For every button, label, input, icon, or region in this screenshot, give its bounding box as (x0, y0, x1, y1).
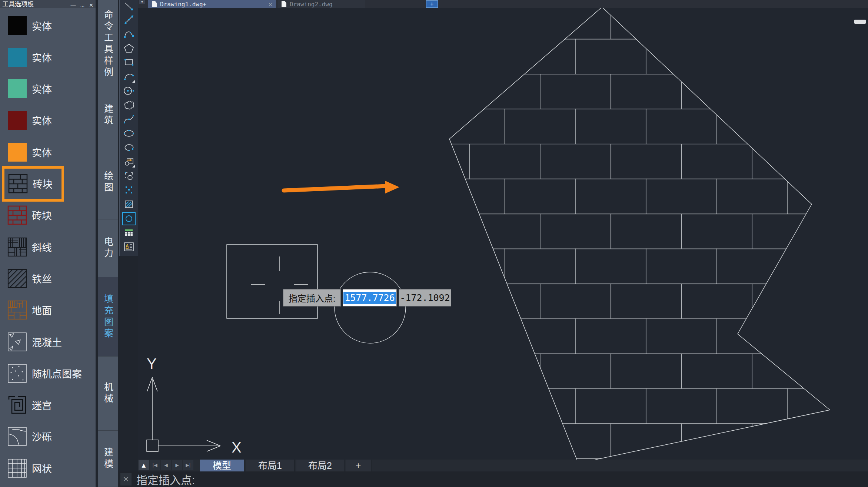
palette-item[interactable]: 混凝土 (2, 324, 64, 360)
close-icon[interactable]: ✕ (89, 3, 93, 8)
spline-icon[interactable] (123, 113, 135, 125)
document-tab-2[interactable]: Drawing2.dwg (278, 0, 365, 8)
canvas-drawing: Y X (138, 8, 868, 460)
palette-item-label: 斜线 (32, 240, 52, 254)
dynamic-input-y-field[interactable]: -172.1092 (399, 289, 451, 307)
tool-palette-panel: 工具选项板 — ... ✕ 实体实体实体实体实体砖块砖块斜线铁丝地面混凝土随机点… (0, 0, 96, 487)
palette-item[interactable]: 实体 (2, 8, 64, 43)
diagonal-swatch (7, 269, 27, 288)
ucs-y-label: Y (147, 355, 157, 372)
maze-swatch (7, 395, 27, 415)
layout-tab-布局1[interactable]: 布局1 (246, 460, 295, 471)
category-tab-5[interactable]: 填充图案 (98, 277, 118, 357)
palette-item[interactable]: 沙砾 (2, 419, 64, 454)
close-tab-icon[interactable]: ✕ (269, 1, 272, 8)
category-tab-3[interactable]: 绘图 (98, 145, 118, 219)
command-line[interactable]: ✕ 指定插入点: (118, 471, 868, 487)
category-tab-6[interactable]: 机械 (98, 357, 118, 431)
dynamic-input-prompt: 指定插入点: (283, 289, 341, 307)
add-layout-button[interactable]: + (346, 460, 372, 471)
palette-title: 工具选项板 (2, 0, 34, 8)
brick-hatch-fill (449, 8, 830, 460)
palette-title-bar: 工具选项板 — ... ✕ (0, 0, 96, 8)
category-tab-label: 电力 (102, 237, 115, 260)
category-tab-label: 绘图 (102, 171, 115, 194)
category-tab-4[interactable]: 电力 (98, 219, 118, 277)
solid-orange-swatch (7, 142, 27, 162)
layout-tab-模型[interactable]: 模型 (200, 460, 245, 471)
category-tab-label: 命令工具样例 (102, 10, 115, 79)
palette-item[interactable]: 铁丝 (2, 261, 64, 296)
first-tab-icon[interactable]: |◀ (150, 460, 160, 470)
layout-tab-布局2[interactable]: 布局2 (296, 460, 345, 471)
polygon-icon[interactable] (123, 42, 135, 54)
palette-item[interactable]: 实体 (2, 71, 64, 107)
palette-item-label: 铁丝 (32, 271, 52, 286)
insert-block-icon[interactable] (123, 155, 135, 168)
category-tab-1[interactable]: 命令工具样例 (98, 3, 118, 85)
mesh-swatch (7, 458, 27, 478)
create-block-icon[interactable] (123, 170, 135, 182)
cancel-command-icon[interactable]: ✕ (120, 473, 132, 486)
solid-darkred-swatch (7, 110, 27, 130)
palette-item-label: 砖块 (32, 208, 52, 222)
drawing-canvas[interactable]: Y X (138, 8, 868, 460)
palette-item[interactable]: 迷宫 (2, 387, 64, 423)
dynamic-input-x-field[interactable]: 1577.7726 (343, 289, 397, 307)
palette-item[interactable]: 网状 (2, 450, 64, 486)
palette-item[interactable]: 地面 (2, 292, 64, 328)
mtext-icon[interactable]: A (123, 241, 135, 253)
circle-icon[interactable] (123, 85, 135, 97)
palette-item[interactable]: 实体 (2, 39, 64, 75)
palette-item[interactable]: 砖块 (2, 198, 64, 233)
polyline-icon[interactable] (123, 28, 135, 40)
palette-item[interactable]: 斜线 (2, 229, 64, 265)
palette-item-label: 实体 (32, 19, 52, 33)
solid-green-swatch (7, 79, 27, 99)
category-tab-label: 机械 (102, 382, 115, 405)
palette-item[interactable]: 实体 (2, 134, 64, 170)
palette-category-tabs: 命令工具样例建筑绘图电力填充图案机械建模 (98, 0, 118, 487)
arc-icon[interactable] (123, 70, 135, 83)
new-drawing-button[interactable]: + (426, 0, 438, 8)
more-options-icon[interactable]: ... (80, 3, 85, 8)
prev-tab-icon[interactable]: ◀ (161, 460, 171, 470)
construction-line-icon[interactable] (123, 13, 135, 26)
block-preview-square (227, 245, 317, 318)
rectangle-icon[interactable] (123, 56, 135, 69)
revision-cloud-icon[interactable] (123, 99, 135, 111)
scrollbar-thumb[interactable] (854, 20, 866, 24)
ucs-icon: Y X (147, 355, 242, 455)
palette-item[interactable]: 实体 (2, 103, 64, 138)
palette-item[interactable] (2, 482, 64, 487)
point-icon[interactable] (123, 184, 135, 196)
ellipse-icon[interactable] (123, 127, 135, 140)
document-tab-label: Drawing1.dwg+ (160, 1, 206, 8)
hatch-icon[interactable] (123, 198, 135, 211)
minimize-icon[interactable]: — (71, 3, 76, 8)
concrete-swatch (7, 332, 27, 352)
document-tab-1[interactable]: Drawing1.dwg+✕ (148, 0, 276, 8)
circle-entity[interactable] (335, 272, 406, 343)
annotation-arrow (284, 181, 399, 193)
palette-item[interactable]: 砖块 (2, 166, 64, 202)
table-icon[interactable] (123, 226, 135, 239)
category-tab-7[interactable]: 建模 (98, 431, 118, 487)
ellipse-arc-icon[interactable] (123, 141, 135, 154)
ground-swatch (7, 300, 27, 320)
region-icon[interactable] (123, 212, 135, 225)
brick-black-swatch (8, 174, 28, 193)
solid-blue-swatch (7, 47, 27, 67)
file-icon (152, 1, 157, 7)
tab-list-dropdown[interactable]: ▼ (139, 0, 145, 4)
line-icon[interactable] (123, 0, 135, 13)
palette-item-label: 沙砾 (32, 429, 52, 444)
expand-icon[interactable]: ▲ (139, 460, 149, 470)
last-tab-icon[interactable]: ▶| (183, 460, 193, 470)
category-tab-label: 填充图案 (102, 294, 115, 340)
next-tab-icon[interactable]: ▶ (172, 460, 182, 470)
document-tab-bar: ▼ Drawing1.dwg+✕Drawing2.dwg + (138, 0, 868, 8)
palette-item[interactable]: 随机点图案 (2, 355, 64, 391)
category-tab-2[interactable]: 建筑 (98, 85, 118, 145)
cad-application: { "palette": { "title": "工具选项板", "window… (0, 0, 868, 487)
